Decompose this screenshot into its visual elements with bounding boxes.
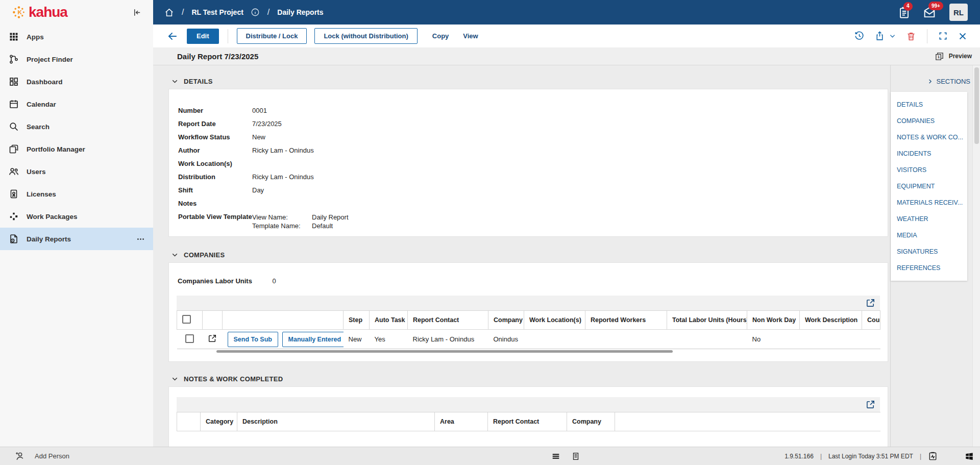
project-info-icon[interactable] bbox=[251, 8, 260, 17]
sidebar-item-label: Dashboard bbox=[27, 78, 63, 86]
sidebar-collapse-icon[interactable] bbox=[132, 8, 142, 17]
copy-button[interactable]: Copy bbox=[432, 32, 449, 40]
cell-non-work-day: No bbox=[747, 330, 800, 349]
toolbar-divider bbox=[228, 29, 228, 43]
status-info: 1.9.51.166 | Last Login Today 3:51 PM ED… bbox=[785, 451, 974, 461]
sidebar-item-apps[interactable]: Apps bbox=[0, 26, 153, 48]
row-checkbox[interactable] bbox=[185, 334, 194, 343]
lock-without-distribution-button[interactable]: Lock (without Distribution) bbox=[314, 28, 417, 44]
section-link-companies[interactable]: COMPANIES bbox=[891, 113, 967, 129]
sections-panel-toggle[interactable]: SECTIONS bbox=[891, 74, 972, 89]
send-to-sub-button[interactable]: Send To Sub bbox=[228, 332, 278, 347]
field-label: Portable View Template bbox=[169, 213, 252, 221]
horizontal-scrollbar-thumb[interactable] bbox=[216, 350, 673, 353]
preview-pages-icon: 1 bbox=[935, 52, 944, 61]
section-link-references[interactable]: REFERENCES bbox=[891, 260, 967, 276]
open-in-new-icon[interactable] bbox=[866, 400, 875, 409]
section-link-incidents[interactable]: INCIDENTS bbox=[891, 145, 967, 162]
cell-step: New bbox=[344, 330, 370, 349]
column-header: Area bbox=[435, 412, 488, 431]
svg-text:1: 1 bbox=[937, 55, 940, 59]
open-in-new-icon[interactable] bbox=[866, 298, 875, 308]
version-number: 1.9.51.166 bbox=[785, 453, 814, 460]
delete-icon[interactable] bbox=[906, 31, 916, 41]
section-link-details[interactable]: DETAILS bbox=[891, 96, 967, 113]
breadcrumb-project[interactable]: RL Test Project bbox=[191, 8, 243, 16]
close-icon[interactable] bbox=[958, 31, 968, 41]
portable-view-template-value: View Name:Daily Report Template Name:Def… bbox=[252, 213, 349, 230]
share-export-icon[interactable] bbox=[874, 31, 885, 41]
horizontal-scrollbar[interactable] bbox=[177, 350, 880, 353]
vertical-scrollbar[interactable] bbox=[972, 65, 980, 447]
details-section-header[interactable]: DETAILS bbox=[168, 74, 888, 89]
record-toolbar: Edit Distribute / Lock Lock (without Dis… bbox=[153, 25, 980, 47]
diagnostics-icon[interactable] bbox=[928, 451, 938, 461]
column-header: Report Contact bbox=[488, 412, 567, 431]
field-label: Report Date bbox=[169, 120, 252, 128]
distribute-lock-button[interactable]: Distribute / Lock bbox=[237, 28, 307, 44]
detail-view-icon[interactable] bbox=[571, 452, 580, 461]
more-options-icon[interactable] bbox=[136, 235, 145, 243]
add-person-button[interactable]: Add Person bbox=[14, 450, 69, 462]
breadcrumb-separator: / bbox=[267, 8, 270, 17]
chevron-right-icon bbox=[927, 79, 933, 84]
view-button[interactable]: View bbox=[463, 32, 478, 40]
toolbar-divider bbox=[927, 29, 927, 43]
section-link-materials-received[interactable]: MATERIALS RECEIV... bbox=[891, 194, 967, 211]
select-all-checkbox[interactable] bbox=[182, 315, 191, 324]
manually-entered-button[interactable]: Manually Entered bbox=[282, 332, 344, 347]
edit-button[interactable]: Edit bbox=[187, 29, 219, 44]
users-icon bbox=[9, 166, 19, 177]
user-avatar[interactable]: RL bbox=[949, 4, 968, 21]
expand-fullscreen-icon[interactable] bbox=[938, 31, 948, 41]
field-label: Distribution bbox=[169, 173, 252, 181]
sidebar-item-work-packages[interactable]: Work Packages bbox=[0, 205, 153, 228]
companies-section-header[interactable]: COMPANIES bbox=[168, 247, 888, 262]
top-navigation-bar: / RL Test Project / Daily Reports 4 bbox=[153, 0, 980, 25]
column-header: Coun bbox=[862, 311, 880, 330]
section-link-notes-work-completed[interactable]: NOTES & WORK CO... bbox=[891, 129, 967, 145]
sidebar-item-daily-reports[interactable]: Daily Reports bbox=[0, 228, 153, 250]
sidebar-item-calendar[interactable]: Calendar bbox=[0, 93, 153, 115]
field-label: Notes bbox=[169, 200, 252, 207]
sidebar-item-dashboard[interactable]: Dashboard bbox=[0, 70, 153, 93]
notes-section-header[interactable]: NOTES & WORK COMPLETED bbox=[168, 371, 888, 386]
field-value: Day bbox=[252, 186, 264, 194]
open-record-icon[interactable] bbox=[208, 334, 217, 343]
status-separator: | bbox=[820, 453, 822, 460]
sidebar-item-label: Users bbox=[27, 168, 46, 176]
chevron-down-icon bbox=[172, 376, 178, 382]
windows-logo-icon[interactable] bbox=[965, 452, 974, 461]
sidebar-item-licenses[interactable]: Licenses bbox=[0, 183, 153, 205]
column-header: Company bbox=[567, 412, 615, 431]
sidebar-item-label: Apps bbox=[27, 33, 44, 41]
sidebar-item-label: Calendar bbox=[27, 101, 56, 108]
section-link-media[interactable]: MEDIA bbox=[891, 227, 967, 243]
companies-table: Step Auto Task Report Contact Company Wo… bbox=[177, 310, 880, 349]
record-title-bar: Daily Report 7/23/2025 1 Preview bbox=[153, 47, 980, 65]
back-arrow-icon[interactable] bbox=[166, 31, 178, 42]
list-view-icon[interactable] bbox=[551, 452, 560, 461]
home-icon[interactable] bbox=[164, 8, 174, 17]
view-name-label: View Name: bbox=[252, 213, 312, 222]
share-dropdown-chevron-icon[interactable] bbox=[889, 32, 896, 40]
section-link-weather[interactable]: WEATHER bbox=[891, 211, 967, 227]
sidebar: K kahua Apps bbox=[0, 0, 153, 447]
sidebar-item-search[interactable]: Search bbox=[0, 115, 153, 138]
sidebar-item-portfolio-manager[interactable]: Portfolio Manager bbox=[0, 138, 153, 160]
section-link-signatures[interactable]: SIGNATURES bbox=[891, 243, 967, 260]
section-link-visitors[interactable]: VISITORS bbox=[891, 162, 967, 178]
messages-tray-icon[interactable]: 99+ bbox=[923, 6, 936, 19]
sidebar-item-project-finder[interactable]: Project Finder bbox=[0, 48, 153, 70]
sidebar-item-users[interactable]: Users bbox=[0, 160, 153, 183]
add-person-label: Add Person bbox=[35, 452, 69, 460]
tasks-tray-icon[interactable]: 4 bbox=[898, 6, 911, 19]
history-icon[interactable] bbox=[854, 31, 865, 41]
breadcrumb-app[interactable]: Daily Reports bbox=[277, 8, 323, 16]
section-link-equipment[interactable]: EQUIPMENT bbox=[891, 178, 967, 194]
field-value: Ricky Lam - Onindus bbox=[252, 146, 314, 154]
vertical-scrollbar-thumb[interactable] bbox=[974, 67, 979, 144]
kahua-logo: kahua bbox=[29, 5, 67, 19]
preview-toggle[interactable]: 1 Preview bbox=[935, 52, 972, 61]
column-header: Reported Workers bbox=[585, 311, 667, 330]
